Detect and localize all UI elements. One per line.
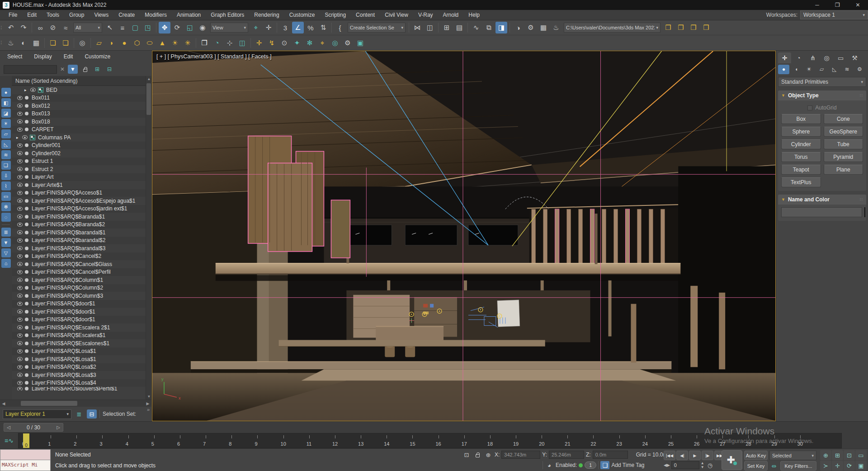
toggle-scene-explorer-icon[interactable]: ◨: [495, 22, 507, 33]
time-configuration-icon[interactable]: ◷: [706, 461, 715, 469]
list-item[interactable]: Layer:FINIS$ARQ$Acceso$1: [12, 189, 146, 197]
select-and-link-icon[interactable]: ∞: [34, 22, 46, 33]
select-object-icon[interactable]: ↖: [104, 22, 116, 33]
target-icon[interactable]: ⊙: [278, 37, 290, 49]
list-item[interactable]: Estruct 1: [12, 157, 146, 166]
window-crossing-icon[interactable]: ◳: [142, 22, 154, 33]
visibility-eye-icon[interactable]: [17, 302, 23, 306]
cameras-icon[interactable]: ▱: [816, 65, 827, 74]
timeline-tick[interactable]: 6: [180, 433, 206, 448]
list-item[interactable]: Layer:FINIS$ARQ$Losa$2: [12, 363, 146, 371]
menu-civil-view[interactable]: Civil View: [380, 12, 413, 18]
visibility-eye-icon[interactable]: [17, 270, 23, 274]
filter-funnel-icon[interactable]: ▼: [68, 65, 78, 74]
explorer-menu-customize[interactable]: Customize: [85, 53, 110, 60]
visibility-eye-icon[interactable]: [17, 119, 23, 124]
gear-icon[interactable]: ⚙: [342, 37, 354, 49]
cylinder-button[interactable]: Cylinder: [781, 139, 821, 149]
edit-named-selection-sets-icon[interactable]: {: [334, 22, 346, 33]
panel-icon[interactable]: ▣: [354, 37, 366, 49]
asset-save-icon[interactable]: ❒: [688, 22, 699, 33]
menu-modifiers[interactable]: Modifiers: [140, 12, 172, 18]
scroll-up-icon[interactable]: ▲: [146, 77, 151, 81]
snow-icon[interactable]: ✻: [304, 37, 316, 49]
hscrollbar-thumb[interactable]: [21, 401, 77, 406]
lights-icon[interactable]: ☀: [803, 65, 815, 74]
geosphere-button[interactable]: GeoSphere: [824, 127, 863, 137]
textplus-button[interactable]: TextPlus: [781, 177, 821, 187]
list-item[interactable]: Layer:FINIS$ARQ$Baranda$2: [12, 221, 146, 229]
explorer-menu-display[interactable]: Display: [34, 53, 52, 60]
object-color-swatch[interactable]: [864, 207, 865, 217]
timeline-tick[interactable]: 10: [283, 433, 309, 448]
y-coordinate-field[interactable]: 25.246m: [549, 451, 584, 459]
toggle-ribbon-icon[interactable]: ▤: [453, 22, 465, 33]
tab-hierarchy[interactable]: ⋔: [806, 52, 819, 63]
overflow-chevrons[interactable]: »: [147, 407, 150, 412]
list-item[interactable]: Layer:FINIS$ARQ$Acceso$Espejo agua$1: [12, 197, 146, 205]
z-coordinate-field[interactable]: 0.0m: [593, 451, 628, 459]
timeline-tick[interactable]: 14: [387, 433, 412, 448]
menu-customize[interactable]: Customize: [284, 12, 320, 18]
timeline-tick[interactable]: 7: [206, 433, 231, 448]
list-item[interactable]: Layer:FINIS$ARQ$door$1: [12, 308, 146, 316]
list-item[interactable]: Cylinder001: [12, 142, 146, 150]
key-tangent-icon[interactable]: ⏛: [769, 462, 778, 470]
timeline-tick[interactable]: 30: [800, 433, 826, 448]
timeline-tick[interactable]: 17: [464, 433, 490, 448]
display-containers-icon[interactable]: ▭: [1, 192, 11, 201]
current-frame-field[interactable]: 0: [671, 461, 699, 469]
collapse-tree-icon[interactable]: ⊟: [104, 65, 114, 74]
select-and-scale-icon[interactable]: ◱: [184, 22, 196, 33]
helpers-icon[interactable]: ◺: [829, 65, 840, 74]
timeline-tick[interactable]: 11: [309, 433, 335, 448]
timeline-tick[interactable]: 29: [774, 433, 800, 448]
zoom-icon[interactable]: ⊕: [820, 450, 831, 460]
mirror-icon[interactable]: ⋈: [411, 22, 423, 33]
layer-stack-icon[interactable]: ≣: [74, 409, 84, 419]
list-item[interactable]: CARPET: [12, 126, 146, 134]
visibility-eye-icon[interactable]: [17, 341, 23, 345]
zoom-extents-icon[interactable]: ⊡: [844, 450, 855, 460]
display-helpers-icon[interactable]: ◺: [1, 140, 11, 149]
visibility-eye-icon[interactable]: [17, 96, 23, 100]
list-item[interactable]: Layer:FINIS$ARQ$Escalones$1: [12, 339, 146, 347]
list-item[interactable]: Layer:FINIS$ARQ$door$1: [12, 316, 146, 324]
time-tag-pie-icon[interactable]: ◕: [545, 461, 554, 469]
auto-key-button[interactable]: Auto Key: [744, 451, 768, 460]
goggles-icon[interactable]: ◫: [236, 37, 248, 49]
pan-icon[interactable]: ✛: [832, 461, 843, 471]
explorer-menu-edit[interactable]: Edit: [64, 53, 73, 60]
list-item[interactable]: Layer:FINIS$ARQ$door$1: [12, 300, 146, 308]
display-groups-icon[interactable]: ❏: [1, 161, 11, 170]
visibility-eye-icon[interactable]: [17, 183, 23, 187]
horizontal-scrollbar[interactable]: ◀ ▶: [0, 400, 151, 407]
visibility-eye-icon[interactable]: [17, 349, 23, 353]
sphere-button[interactable]: Sphere: [781, 127, 821, 137]
menu-animation[interactable]: Animation: [172, 12, 206, 18]
pyramid-button[interactable]: Pyramid: [824, 152, 863, 162]
visibility-eye-icon[interactable]: [17, 278, 23, 282]
absolute-mode-icon[interactable]: ⊕: [484, 451, 493, 459]
list-item[interactable]: Box018: [12, 118, 146, 126]
list-item[interactable]: Layer:FINIS$ARQ$Cancel$Glass: [12, 260, 146, 268]
list-item[interactable]: Layer:Art: [12, 173, 146, 181]
object-type-rollout-header[interactable]: ▼ Object Type ∷: [778, 90, 866, 100]
timeline-tick[interactable]: 5: [154, 433, 180, 448]
timeline-tick[interactable]: 13: [361, 433, 387, 448]
visibility-eye-icon[interactable]: [17, 365, 23, 369]
list-item[interactable]: Layer:FINIS$ARQ$barandal$2: [12, 237, 146, 245]
teapot-button[interactable]: Teapot: [781, 165, 821, 175]
minimize-button[interactable]: ─: [807, 0, 827, 10]
swirl-icon[interactable]: ◔: [211, 37, 223, 49]
list-item[interactable]: Layer:FINIS$ARQ$Column$3: [12, 292, 146, 300]
menu-scripting[interactable]: Scripting: [320, 12, 351, 18]
timeline-tick[interactable]: 8: [231, 433, 257, 448]
select-and-move-icon[interactable]: ✥: [159, 22, 170, 33]
menu-edit[interactable]: Edit: [22, 12, 42, 18]
maxscript-macro-area[interactable]: [0, 449, 51, 460]
zoom-region-icon[interactable]: ▭: [855, 450, 867, 460]
timeline-tick[interactable]: 24: [645, 433, 671, 448]
range-right-icon[interactable]: ▷: [54, 425, 63, 430]
asset-import-icon[interactable]: ❒: [700, 22, 712, 33]
